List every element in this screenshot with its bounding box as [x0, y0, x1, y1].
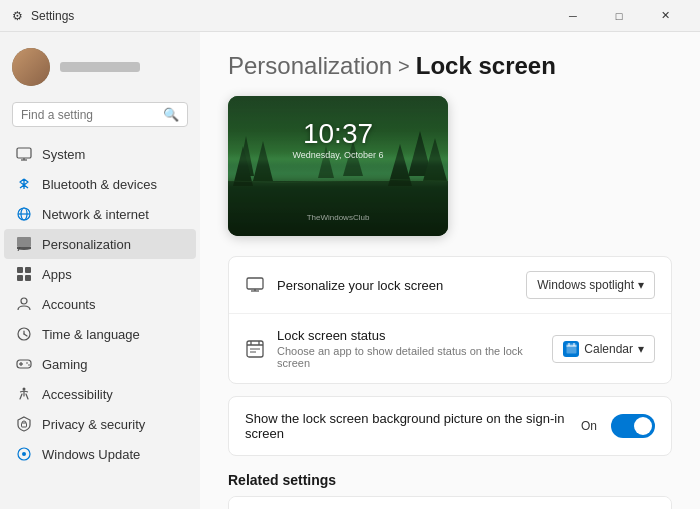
svg-point-20: [28, 364, 30, 366]
sidebar-item-time-label: Time & language: [42, 327, 140, 342]
title-bar: ⚙ Settings ─ □ ✕: [0, 0, 700, 32]
personalization-icon: [16, 236, 32, 252]
svg-line-15: [24, 334, 27, 336]
svg-rect-0: [17, 148, 31, 158]
bluetooth-icon: [16, 176, 32, 192]
lock-screen-date: Wednesday, October 6: [228, 150, 448, 160]
title-bar-left: ⚙ Settings: [12, 9, 74, 23]
sidebar-item-accessibility[interactable]: Accessibility: [4, 379, 196, 409]
sidebar-item-update[interactable]: Windows Update: [4, 439, 196, 469]
breadcrumb-current: Lock screen: [416, 52, 556, 80]
sidebar-item-gaming[interactable]: Gaming: [4, 349, 196, 379]
sidebar-item-accounts[interactable]: Accounts: [4, 289, 196, 319]
svg-point-19: [26, 362, 28, 364]
personalize-lock-screen-control[interactable]: Windows spotlight ▾: [526, 271, 655, 299]
sidebar-item-network[interactable]: Network & internet: [4, 199, 196, 229]
personalize-lock-screen-text: Personalize your lock screen: [277, 278, 526, 293]
lock-screen-status-label: Lock screen status: [277, 328, 552, 343]
sidebar-item-apps[interactable]: Apps: [4, 259, 196, 289]
personalize-dropdown-chevron: ▾: [638, 278, 644, 292]
minimize-button[interactable]: ─: [550, 0, 596, 32]
svg-rect-11: [25, 275, 31, 281]
system-icon: [16, 146, 32, 162]
maximize-button[interactable]: □: [596, 0, 642, 32]
privacy-icon: [16, 416, 32, 432]
lock-screen-settings-section: Personalize your lock screen Windows spo…: [228, 256, 672, 384]
sign-in-toggle-control[interactable]: On: [581, 414, 655, 438]
sign-in-background-text: Show the lock screen background picture …: [245, 411, 581, 441]
sign-in-background-row: Show the lock screen background picture …: [229, 397, 671, 455]
sidebar-item-apps-label: Apps: [42, 267, 72, 282]
search-box[interactable]: 🔍: [12, 102, 188, 127]
sidebar-item-privacy-label: Privacy & security: [42, 417, 145, 432]
sidebar-item-time[interactable]: Time & language: [4, 319, 196, 349]
avatar: [12, 48, 50, 86]
svg-rect-27: [247, 278, 263, 289]
close-button[interactable]: ✕: [642, 0, 688, 32]
personalize-dropdown-value: Windows spotlight: [537, 278, 634, 292]
app-container: 🔍 System Bluetooth: [0, 32, 700, 509]
status-dropdown-chevron: ▾: [638, 342, 644, 356]
search-icon: 🔍: [163, 107, 179, 122]
search-input[interactable]: [21, 108, 157, 122]
svg-rect-8: [17, 267, 23, 273]
sidebar-item-personalization-label: Personalization: [42, 237, 131, 252]
settings-icon: ⚙: [12, 9, 23, 23]
personalize-lock-screen-label: Personalize your lock screen: [277, 278, 526, 293]
breadcrumb-separator: >: [398, 55, 410, 78]
svg-rect-6: [17, 237, 31, 247]
svg-point-24: [22, 452, 26, 456]
calendar-badge: [563, 341, 579, 357]
lock-screen-preview: 10:37 Wednesday, October 6 TheWindowsClu…: [228, 96, 448, 236]
lock-screen-personalize-icon: [245, 275, 265, 295]
related-settings-section: Screen timeout › Screen saver: [228, 496, 672, 509]
lock-screen-status-icon: [245, 339, 265, 359]
svg-point-21: [23, 388, 26, 391]
lock-screen-status-text: Lock screen status Choose an app to show…: [277, 328, 552, 369]
sidebar-item-gaming-label: Gaming: [42, 357, 88, 372]
lock-screen-watermark: TheWindowsClub: [228, 213, 448, 222]
sidebar-item-accessibility-label: Accessibility: [42, 387, 113, 402]
sign-in-toggle[interactable]: [611, 414, 655, 438]
breadcrumb-parent: Personalization: [228, 52, 392, 80]
content-area: Personalization > Lock screen: [200, 32, 700, 509]
lock-screen-status-sublabel: Choose an app to show detailed status on…: [277, 345, 552, 369]
sidebar-item-accounts-label: Accounts: [42, 297, 95, 312]
sidebar: 🔍 System Bluetooth: [0, 32, 200, 509]
svg-rect-22: [22, 423, 27, 427]
lock-screen-status-control[interactable]: Calendar ▾: [552, 335, 655, 363]
sidebar-item-update-label: Windows Update: [42, 447, 140, 462]
title-bar-controls: ─ □ ✕: [550, 0, 688, 32]
avatar-image: [12, 48, 50, 86]
sidebar-nav: System Bluetooth & devices: [0, 139, 200, 469]
user-name: [60, 62, 140, 72]
sidebar-item-personalization[interactable]: Personalization: [4, 229, 196, 259]
network-icon: [16, 206, 32, 222]
svg-rect-10: [17, 275, 23, 281]
accessibility-icon: [16, 386, 32, 402]
sidebar-item-privacy[interactable]: Privacy & security: [4, 409, 196, 439]
sign-in-background-label: Show the lock screen background picture …: [245, 411, 581, 441]
status-dropdown[interactable]: Calendar ▾: [552, 335, 655, 363]
lock-screen-time: 10:37: [228, 118, 448, 150]
svg-rect-9: [25, 267, 31, 273]
sidebar-item-network-label: Network & internet: [42, 207, 149, 222]
apps-icon: [16, 266, 32, 282]
svg-rect-26: [228, 181, 448, 236]
sidebar-item-bluetooth-label: Bluetooth & devices: [42, 177, 157, 192]
user-profile: [0, 40, 200, 102]
related-settings-heading: Related settings: [228, 472, 672, 488]
accounts-icon: [16, 296, 32, 312]
breadcrumb: Personalization > Lock screen: [228, 52, 672, 80]
title-bar-title: Settings: [31, 9, 74, 23]
screen-timeout-row[interactable]: Screen timeout ›: [229, 497, 671, 509]
svg-point-12: [21, 298, 27, 304]
toggle-on-label: On: [581, 419, 597, 433]
personalize-lock-screen-row: Personalize your lock screen Windows spo…: [229, 257, 671, 314]
personalize-dropdown[interactable]: Windows spotlight ▾: [526, 271, 655, 299]
lock-screen-status-row: Lock screen status Choose an app to show…: [229, 314, 671, 383]
toggle-knob: [634, 417, 652, 435]
sidebar-item-bluetooth[interactable]: Bluetooth & devices: [4, 169, 196, 199]
time-icon: [16, 326, 32, 342]
sidebar-item-system[interactable]: System: [4, 139, 196, 169]
